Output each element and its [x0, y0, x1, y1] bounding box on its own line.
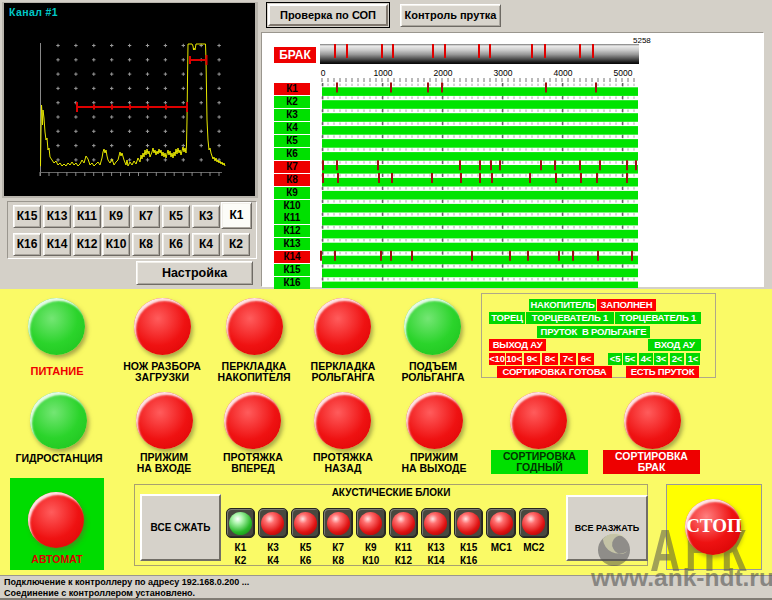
svg-text:www.ank-ndt.ru: www.ank-ndt.ru [590, 564, 772, 591]
